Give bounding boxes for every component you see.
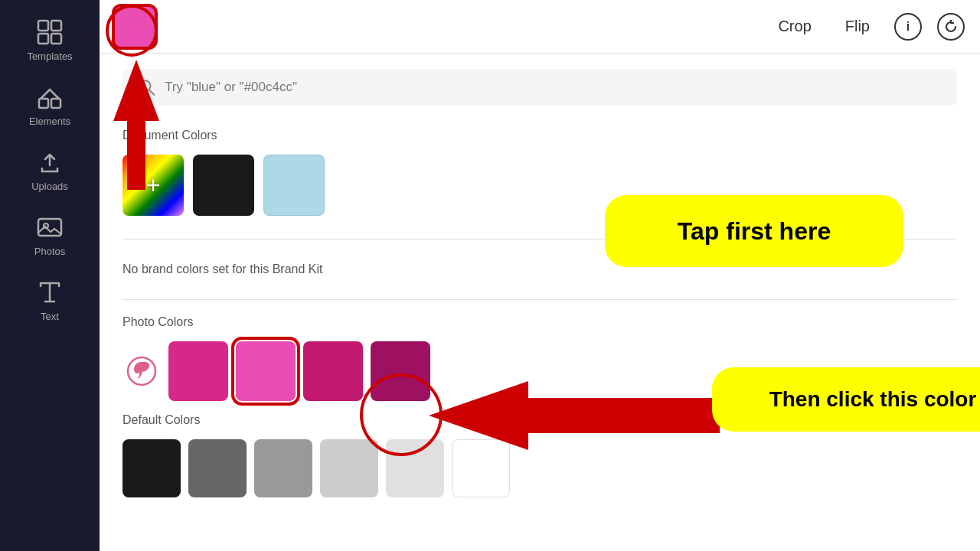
light-blue-swatch[interactable] <box>263 155 325 216</box>
divider-2 <box>122 299 957 300</box>
photo-colors-row <box>122 341 957 401</box>
search-input[interactable] <box>165 80 942 95</box>
sidebar-item-label-elements: Elements <box>29 116 70 127</box>
sidebar-item-text[interactable]: Text <box>0 268 100 333</box>
photos-icon <box>36 214 64 241</box>
search-bar <box>122 69 957 106</box>
add-color-swatch[interactable]: + <box>122 155 184 216</box>
main-content: Crop Flip i Document Colors <box>100 0 980 551</box>
top-bar-actions: Crop Flip i <box>769 11 965 41</box>
svg-rect-2 <box>38 34 48 44</box>
sidebar-item-templates[interactable]: Templates <box>0 8 100 73</box>
default-swatch-4[interactable] <box>320 439 378 497</box>
default-swatch-6[interactable] <box>452 439 510 497</box>
photo-swatch-1[interactable] <box>168 341 228 401</box>
info-icon: i <box>906 20 910 34</box>
sidebar-item-label-photos: Photos <box>34 246 65 257</box>
svg-rect-0 <box>38 21 48 31</box>
refresh-icon <box>943 19 959 34</box>
top-color-swatch[interactable] <box>115 7 155 47</box>
no-brand-text: No brand colors set for this Brand Kit <box>122 255 957 284</box>
sidebar-item-label-text: Text <box>41 311 59 322</box>
svg-rect-1 <box>51 21 61 31</box>
photo-swatch-3[interactable] <box>303 341 363 401</box>
templates-icon <box>36 18 64 46</box>
default-swatch-1[interactable] <box>122 439 181 497</box>
sidebar-item-label-templates: Templates <box>27 51 72 62</box>
document-colors-title: Document Colors <box>122 129 957 142</box>
black-swatch[interactable] <box>193 155 254 216</box>
svg-rect-6 <box>38 219 61 236</box>
flip-button[interactable]: Flip <box>836 11 879 41</box>
default-colors-title: Default Colors <box>122 413 957 427</box>
uploads-icon <box>36 148 64 176</box>
photo-colors-title: Photo Colors <box>122 315 957 329</box>
elements-icon <box>36 83 64 111</box>
info-button[interactable]: i <box>894 13 922 41</box>
svg-rect-4 <box>39 99 48 108</box>
more-button[interactable] <box>937 13 965 41</box>
divider-1 <box>122 239 957 240</box>
sidebar-item-label-uploads: Uploads <box>31 181 68 192</box>
default-swatch-3[interactable] <box>254 439 312 497</box>
photo-swatch-2-selected[interactable] <box>236 341 296 401</box>
add-icon: + <box>146 171 161 200</box>
svg-rect-3 <box>51 34 61 44</box>
document-colors-swatches: + <box>122 155 957 216</box>
sidebar: Templates Elements Uploads <box>0 0 100 551</box>
default-swatch-2[interactable] <box>188 439 247 497</box>
photo-swatch-4[interactable] <box>371 341 430 401</box>
sidebar-item-photos[interactable]: Photos <box>0 203 100 268</box>
default-swatch-5[interactable] <box>386 439 444 497</box>
pinterest-icon <box>122 352 161 390</box>
sidebar-item-elements[interactable]: Elements <box>0 73 100 138</box>
sidebar-item-uploads[interactable]: Uploads <box>0 138 100 203</box>
default-colors-row <box>122 439 957 497</box>
svg-line-11 <box>149 90 154 94</box>
search-icon <box>138 78 155 96</box>
crop-button[interactable]: Crop <box>769 11 820 41</box>
color-panel: Document Colors + No brand colors set fo… <box>100 54 980 551</box>
text-icon <box>36 279 64 306</box>
svg-rect-5 <box>51 99 60 108</box>
top-bar: Crop Flip i <box>100 0 980 54</box>
